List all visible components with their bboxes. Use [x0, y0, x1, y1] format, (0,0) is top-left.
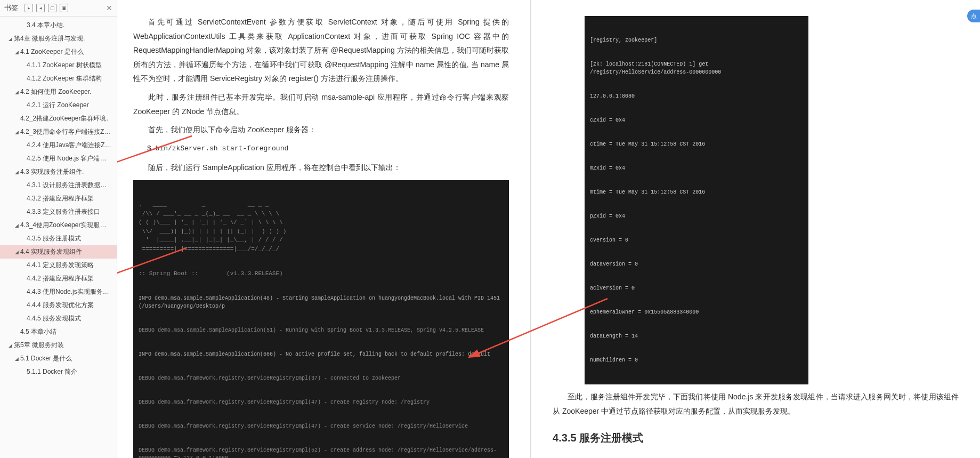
bookmark-tree[interactable]: 3.4 本章小结.◢第4章 微服务注册与发现.◢4.1 ZooKeeper 是什… [0, 17, 117, 458]
paragraph: 首先，我们使用以下命令启动 ZooKeeper 服务器： [133, 123, 509, 137]
log-line: mtime = Tue May 31 15:12:58 CST 2016 [590, 188, 803, 196]
paragraph: 首先可通过 ServletContextEvent 参数方便获取 Servlet… [133, 15, 509, 86]
bookmark-item[interactable]: 4.2.5 使用 Node.js 客户端连接... [0, 152, 117, 165]
bookmark-del-icon[interactable]: ▣ [60, 4, 68, 12]
log-line: [registry, zookeeper] [590, 36, 803, 44]
log-line: [zk: localhost:2181(CONNECTED) 1] get /r… [590, 60, 803, 76]
bookmark-item[interactable]: 4.3.3 定义服务注册表接口 [0, 205, 117, 219]
bookmark-item[interactable]: ◢4.4 实现服务发现组件 [0, 245, 117, 259]
bookmark-item[interactable]: 4.3.2 搭建应用程序框架 [0, 192, 117, 205]
bookmark-item[interactable]: 4.2_2搭建ZooKeeper集群环境. [0, 112, 117, 125]
bookmark-item[interactable]: 4.4.5 服务发现模式 [0, 312, 117, 325]
log-line: ctime = Tue May 31 15:12:58 CST 2016 [590, 140, 803, 148]
spring-logo: . ____ _ __ _ _ /\\ / ___'_ __ _ _(_)_ _… [139, 200, 504, 253]
log-line: DEBUG demo.msa.framework.registry.Servic… [139, 446, 504, 458]
log-line: aclVersion = 0 [590, 284, 803, 292]
code-line: $ bin/zkServer.sh start-foreground [147, 142, 509, 156]
bookmark-item[interactable]: ◢4.1 ZooKeeper 是什么 [0, 45, 117, 59]
bookmark-item[interactable]: 4.1.2 ZooKeeper 集群结构 [0, 72, 117, 85]
bookmark-item[interactable]: ◢4.3 实现服务注册组件. [0, 165, 117, 179]
paragraph: 服务注册（Service Registry）是一种微服务架构核心模式，我们可以在… [553, 455, 959, 458]
paragraph: 随后，我们运行 SampleApplication 应用程序，将在控制台中看到以… [133, 160, 509, 175]
log-line: DEBUG demo.msa.sample.SampleApplication(… [139, 326, 504, 334]
bookmark-item[interactable]: ◢4.2_3使用命令行客户端连接ZooK... [0, 125, 117, 139]
log-line: ephemeralOwner = 0x15505a883340000 [590, 308, 803, 316]
bookmark-item[interactable]: 4.3.1 设计服务注册表数据结构. [0, 179, 117, 192]
log-line: numChildren = 0 [590, 356, 803, 364]
log-line: DEBUG demo.msa.framework.registry.Servic… [139, 374, 504, 382]
bookmark-item[interactable]: 4.4.4 服务发现优化方案 [0, 299, 117, 312]
bookmark-item[interactable]: 4.5 本章小结 [0, 325, 117, 339]
bookmark-item[interactable]: ◢第4章 微服务注册与发现. [0, 32, 117, 45]
page-right: [registry, zookeeper] [zk: localhost:218… [531, 0, 980, 458]
paragraph: 至此，服务注册组件开发完毕，下面我们将使用 Node.js 来开发服务发现组件，… [553, 390, 959, 418]
bookmark-item[interactable]: ◢4.3_4使用ZooKeeper实现服务注册. [0, 219, 117, 232]
terminal-output: [registry, zookeeper] [zk: localhost:218… [585, 16, 808, 384]
sidebar-header: 书签 ▸ ◂ ▢ ▣ ✕ [0, 0, 117, 17]
sidebar-toolbar: ▸ ◂ ▢ ▣ [25, 4, 68, 12]
collapse-icon[interactable]: ◂ [36, 4, 45, 12]
document-viewer: 首先可通过 ServletContextEvent 参数方便获取 Servlet… [117, 0, 980, 458]
bookmark-item[interactable]: 4.3.5 服务注册模式 [0, 232, 117, 245]
bookmark-item[interactable]: 4.4.2 搭建应用程序框架 [0, 272, 117, 285]
terminal-output: . ____ _ __ _ _ /\\ / ___'_ __ _ _(_)_ _… [133, 180, 509, 458]
bookmark-item[interactable]: 4.2.4 使用Java客户端连接Zoo... [0, 139, 117, 152]
log-line: cversion = 0 [590, 236, 803, 244]
log-line: dataLength = 14 [590, 332, 803, 340]
spring-boot-version: :: Spring Boot :: (v1.3.3.RELEASE) [139, 269, 504, 278]
log-line: DEBUG demo.msa.framework.registry.Servic… [139, 398, 504, 406]
page-left: 首先可通过 ServletContextEvent 参数方便获取 Servlet… [117, 0, 531, 458]
log-line: INFO demo.msa.sample.SampleApplication(4… [139, 294, 504, 310]
section-heading-435: 4.3.5 服务注册模式 [553, 428, 959, 448]
log-line: 127.0.0.1:8080 [590, 92, 803, 100]
floating-badge[interactable]: 点 [967, 10, 980, 22]
sidebar-title: 书签 [4, 3, 18, 13]
bookmark-item[interactable]: 3.4 本章小结. [0, 19, 117, 32]
bookmarks-sidebar: 书签 ▸ ◂ ▢ ▣ ✕ 3.4 本章小结.◢第4章 微服务注册与发现.◢4.1… [0, 0, 117, 458]
log-line: cZxid = 0x4 [590, 116, 803, 124]
log-line: dataVersion = 0 [590, 260, 803, 268]
log-line: mZxid = 0x4 [590, 164, 803, 172]
bookmark-item[interactable]: 4.4.3 使用Node.js实现服务发现. [0, 285, 117, 299]
bookmark-item[interactable]: 5.1.1 Docker 简介 [0, 365, 117, 379]
bookmark-item[interactable]: ◢第5章 微服务封装 [0, 339, 117, 352]
bookmark-add-icon[interactable]: ▢ [48, 4, 56, 12]
log-line: INFO demo.msa.sample.SampleApplication(6… [139, 350, 504, 358]
bookmark-item[interactable]: 4.1.1 ZooKeeper 树状模型 [0, 59, 117, 72]
log-line: DEBUG demo.msa.framework.registry.Servic… [139, 422, 504, 430]
log-line: pZxid = 0x4 [590, 212, 803, 220]
close-icon[interactable]: ✕ [106, 4, 112, 12]
bookmark-item[interactable]: ◢5.1 Docker 是什么 [0, 352, 117, 365]
bookmark-item[interactable]: 4.2.1 运行 ZooKeeper [0, 99, 117, 112]
bookmark-item[interactable]: 4.4.1 定义服务发现策略 [0, 259, 117, 272]
expand-icon[interactable]: ▸ [25, 4, 33, 12]
bookmark-item[interactable]: ◢4.2 如何使用 ZooKeeper. [0, 85, 117, 99]
paragraph: 此时，服务注册组件已基本开发完毕。我们可启动 msa-sample-api 应用… [133, 90, 509, 118]
